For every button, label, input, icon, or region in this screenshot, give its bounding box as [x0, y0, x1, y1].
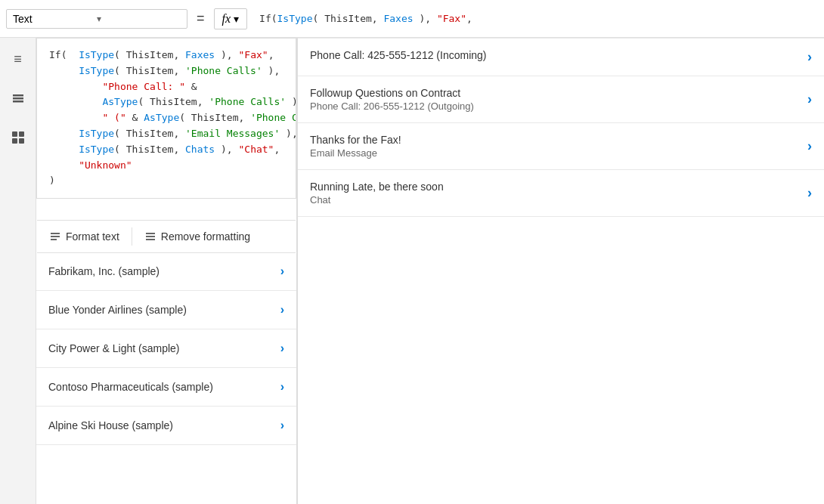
format-toolbar: Format text Remove formatting — [37, 220, 296, 253]
fx-chevron: ▾ — [234, 13, 239, 25]
left-panel: If( IsType( ThisItem, Faxes ), "Fax", Is… — [36, 38, 297, 504]
list-item[interactable]: Alpine Ski House (sample) › — [36, 407, 296, 445]
svg-rect-1 — [13, 97, 23, 100]
svg-rect-5 — [12, 138, 17, 144]
hamburger-menu-icon[interactable]: ≡ — [6, 47, 30, 71]
fx-symbol: fx — [222, 12, 231, 26]
remove-formatting-label: Remove formatting — [161, 230, 250, 243]
list-item[interactable]: Fabrikam, Inc. (sample) › — [36, 252, 296, 291]
format-text-label: Format text — [66, 230, 119, 243]
remove-formatting-button[interactable]: Remove formatting — [132, 221, 262, 252]
field-selector-chevron: ▾ — [97, 14, 181, 24]
svg-rect-4 — [19, 131, 24, 137]
grid-icon[interactable] — [6, 125, 30, 150]
right-panel: Phone Call: 425-555-1212 (Incoming) › Fo… — [297, 38, 824, 504]
right-list-item[interactable]: Thanks for the Fax! Email Message › — [298, 123, 824, 170]
format-text-button[interactable]: Format text — [37, 221, 132, 252]
main-layout: ≡ If( IsType( ThisItem, Faxes ), "Fax", … — [0, 38, 824, 504]
fx-button[interactable]: fx ▾ — [214, 8, 248, 29]
code-content[interactable]: If( IsType( ThisItem, Faxes ), "Fax", Is… — [37, 39, 296, 198]
svg-rect-0 — [13, 94, 23, 97]
field-selector[interactable]: Text ▾ — [6, 9, 187, 29]
layers-icon[interactable] — [6, 86, 30, 110]
equals-sign: = — [194, 11, 208, 26]
list-item[interactable]: Blue Yonder Airlines (sample) › — [36, 291, 296, 329]
right-list-item[interactable]: Followup Questions on Contract Phone Cal… — [298, 76, 824, 123]
remove-formatting-icon — [144, 230, 156, 243]
svg-rect-3 — [12, 131, 17, 137]
code-overlay: If( IsType( ThisItem, Faxes ), "Fax", Is… — [36, 38, 296, 199]
right-list-item[interactable]: Phone Call: 425-555-1212 (Incoming) › — [298, 38, 824, 76]
right-list-item[interactable]: Running Late, be there soon Chat › — [298, 170, 824, 217]
svg-rect-2 — [13, 100, 23, 103]
sidebar-icons: ≡ — [0, 38, 36, 504]
list-items-container: Fabrikam, Inc. (sample) › Blue Yonder Ai… — [36, 252, 296, 445]
format-text-icon — [49, 230, 61, 243]
list-item[interactable]: City Power & Light (sample) › — [36, 329, 296, 368]
list-item[interactable]: Contoso Pharmaceuticals (sample) › — [36, 368, 296, 407]
svg-rect-6 — [19, 138, 24, 144]
formula-preview[interactable]: If(IsType( ThisItem, Faxes ), "Fax", — [253, 13, 818, 24]
top-bar: Text ▾ = fx ▾ If(IsType( ThisItem, Faxes… — [0, 0, 824, 38]
field-selector-label: Text — [13, 13, 97, 25]
